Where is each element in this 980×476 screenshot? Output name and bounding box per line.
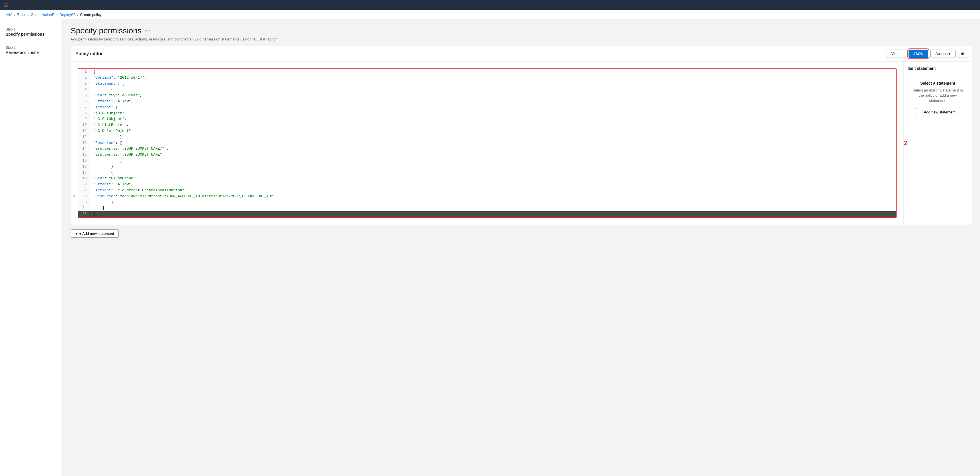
code-area[interactable]: 2 1{2"Version": "2012-10-17",3"Statement…: [78, 69, 897, 218]
page-description: Add permissions by selecting services, a…: [71, 37, 972, 42]
line-content-8: "s3:PutObject",: [90, 110, 896, 117]
add-statement-bottom-label: + Add new statement: [80, 232, 114, 236]
line-num-24: 24: [78, 205, 90, 211]
breadcrumb-sep-2: ›: [28, 13, 29, 16]
actions-chevron-icon: ▾: [949, 51, 951, 56]
menu-icon[interactable]: ☰: [3, 2, 8, 8]
json-tab-button[interactable]: JSON: [908, 50, 928, 58]
add-statement-right-label: Add new statement: [924, 110, 956, 114]
line-content-20: "Effect": "Allow",: [90, 182, 896, 188]
line-num-6: 6: [78, 99, 90, 105]
policy-editor-container: Policy editor Visual JSON Actions ▾ ⊞: [71, 46, 972, 225]
expand-button[interactable]: ⊞: [958, 50, 967, 58]
line-num-23: 23: [78, 200, 90, 206]
line-num-11: 11: [78, 128, 90, 134]
line-content-6: "Effect": "Allow",: [90, 99, 896, 105]
line-num-9: 9: [78, 116, 90, 122]
line-num-5: 5: [78, 93, 90, 99]
line-content-2: "Version": "2012-10-17",: [90, 75, 896, 81]
select-statement-title: Select a statement: [911, 81, 964, 86]
top-nav: ☰: [0, 0, 980, 10]
line-content-17: },: [90, 164, 896, 170]
expand-icon: ⊞: [961, 51, 964, 56]
line-num-17: 17: [78, 164, 90, 170]
line-content-25: }: [90, 211, 896, 217]
line-content-11: "s3:DeleteObject": [90, 128, 896, 134]
line-num-10: 10: [78, 122, 90, 128]
line-content-12: ],: [90, 134, 896, 140]
add-icon-bottom: +: [75, 232, 78, 236]
line-content-13: "Resource": [: [90, 140, 896, 146]
line-num-22: 22⊗: [78, 193, 90, 200]
line-num-7: 7: [78, 105, 90, 110]
code-table: 1{2"Version": "2012-10-17",3"Statement":…: [78, 69, 896, 217]
breadcrumb-current: Create policy: [80, 13, 102, 17]
line-num-15: 15: [78, 152, 90, 158]
line-num-3: 3: [78, 81, 90, 87]
breadcrumb-roles[interactable]: Roles: [17, 13, 26, 17]
line-content-24: ]: [90, 205, 896, 211]
line-num-20: 20: [78, 182, 90, 188]
code-area-wrapper: 2 1{2"Version": "2012-10-17",3"Statement…: [71, 62, 904, 225]
page-title: Specify permissions Info: [71, 26, 972, 35]
line-content-7: "Action": [: [90, 105, 896, 110]
right-panel-title: Edit statement: [908, 66, 967, 71]
visual-tab-button[interactable]: Visual: [887, 50, 906, 58]
line-num-18: 18: [78, 170, 90, 176]
line-num-8: 8: [78, 110, 90, 117]
actions-label: Actions: [935, 51, 948, 56]
line-content-9: "s3:GetObject",: [90, 116, 896, 122]
page-title-text: Specify permissions: [71, 26, 142, 35]
sidebar: Step 1 Specify permissions Step 2 Review…: [0, 19, 63, 476]
breadcrumb-iam[interactable]: IAM: [6, 13, 12, 17]
editor-controls: Visual JSON Actions ▾ ⊞: [887, 50, 967, 58]
line-content-5: "Sid": "SyncToBucket",: [90, 93, 896, 99]
line-num-16: 16: [78, 158, 90, 164]
main-layout: Step 1 Specify permissions Step 2 Review…: [0, 19, 980, 476]
line-content-23: }: [90, 200, 896, 206]
editor-body: 2 1{2"Version": "2012-10-17",3"Statement…: [71, 62, 972, 225]
actions-button[interactable]: Actions ▾: [931, 50, 956, 58]
line-num-12: 12: [78, 134, 90, 140]
line-content-19: "Sid": "FlushCache",: [90, 176, 896, 182]
line-num-19: 19: [78, 176, 90, 182]
breadcrumb-sep-3: ›: [77, 13, 78, 16]
line-content-3: "Statement": [: [90, 81, 896, 87]
policy-editor-header: Policy editor Visual JSON Actions ▾ ⊞: [71, 46, 972, 62]
select-statement-box: Select a statement Select an existing st…: [908, 75, 967, 122]
sidebar-step-2-title: Review and create: [6, 50, 57, 55]
bottom-section: + + Add new statement: [71, 230, 972, 238]
line-num-25: 25: [78, 211, 90, 217]
info-link[interactable]: Info: [144, 29, 151, 33]
line-content-16: ]: [90, 158, 896, 164]
line-num-1: 1: [78, 69, 90, 75]
sidebar-step-1[interactable]: Step 1 Specify permissions: [0, 25, 62, 39]
line-content-22: "Resource": "arn:aws:cloudfront::YOUR_AC…: [90, 193, 896, 200]
line-num-13: 13: [78, 140, 90, 146]
right-panel: Edit statement Select a statement Select…: [904, 62, 972, 225]
line-content-18: {: [90, 170, 896, 176]
add-new-statement-right-button[interactable]: + Add new statement: [915, 108, 960, 116]
error-icon-22: ⊗: [73, 193, 75, 200]
policy-editor-title: Policy editor: [75, 51, 103, 56]
main-content: Specify permissions Info Add permissions…: [63, 19, 980, 476]
add-new-statement-bottom-button[interactable]: + + Add new statement: [71, 230, 119, 238]
line-num-21: 21: [78, 188, 90, 193]
select-statement-desc: Select an existing statement in the poli…: [911, 88, 964, 104]
sidebar-step-2[interactable]: Step 2 Review and create: [0, 43, 62, 57]
add-icon-right: +: [920, 110, 922, 114]
line-content-14: "arn:aws:s3:::YOUR_BUCKET_NAME/*",: [90, 146, 896, 152]
app-layout: ☰ IAM › Roles › GithubActionRoleDeployS3…: [0, 0, 980, 476]
page-header: Specify permissions Info Add permissions…: [71, 26, 972, 42]
sidebar-step-1-title: Specify permissions: [6, 32, 57, 37]
breadcrumb-role-name[interactable]: GithubActionRoleDeployS3: [31, 13, 76, 17]
line-num-2: 2: [78, 75, 90, 81]
line-content-15: "arn:aws:s3:::YOUR_BUCKET_NAME": [90, 152, 896, 158]
sidebar-step-2-label: Step 2: [6, 46, 57, 50]
breadcrumb: IAM › Roles › GithubActionRoleDeployS3 ›…: [0, 10, 980, 19]
line-num-14: 14: [78, 146, 90, 152]
breadcrumb-sep-1: ›: [14, 13, 15, 16]
line-content-1: {: [90, 69, 896, 75]
line-content-10: "s3:ListBucket",: [90, 122, 896, 128]
sidebar-step-1-label: Step 1: [6, 27, 57, 31]
